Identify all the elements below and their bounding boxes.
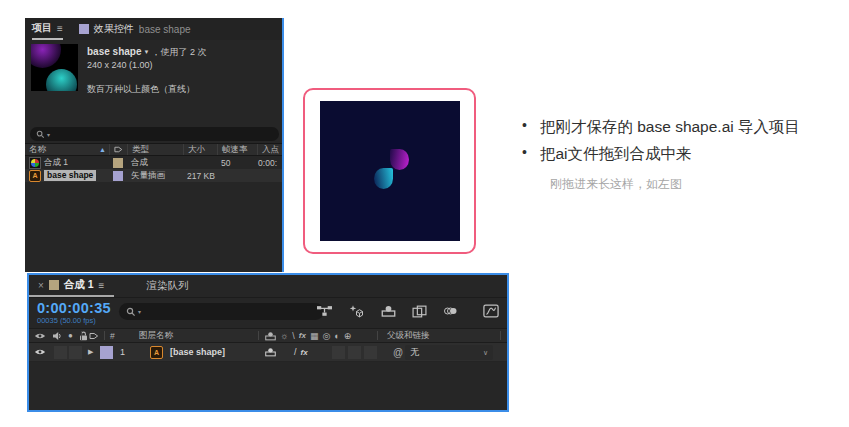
layer-label-color[interactable] <box>100 346 113 359</box>
timecode[interactable]: 0:00:00:35 <box>37 300 111 316</box>
col-layer-name: 图层名称 <box>139 330 173 342</box>
label-color-lavender[interactable] <box>113 171 123 181</box>
graph-editor-icon[interactable] <box>483 304 499 318</box>
search-options-caret[interactable]: ▾ <box>47 131 50 138</box>
parent-pickwhip[interactable]: @ <box>393 343 403 361</box>
row-base-shape-size: 217 KB <box>187 171 215 181</box>
tab-render-queue[interactable]: 渲染队列 <box>146 275 188 297</box>
parent-link-column[interactable]: 父级和链接 <box>387 329 430 342</box>
timeline-menu-icon[interactable]: ≡ <box>99 280 105 291</box>
layer-eye[interactable] <box>34 343 46 361</box>
project-items-table: 名称 ▲ 类型 大小 帧速率 入点 合成 1 合成 50 <box>25 143 282 182</box>
switch-empty-cell[interactable] <box>364 346 377 359</box>
video-eye-icon[interactable] <box>34 348 46 356</box>
project-search-input[interactable]: ▾ <box>30 127 279 141</box>
bullet-dot: • <box>522 113 527 140</box>
fx-toggle-icon[interactable]: fx <box>301 348 308 357</box>
note-text-1: 把刚才保存的 base shape.ai 导入项目 <box>540 113 800 140</box>
col-name[interactable]: 名称 <box>29 144 46 155</box>
parent-dropdown[interactable]: 无 ∨ <box>405 345 493 360</box>
shy-icon[interactable] <box>265 331 276 341</box>
row-comp1-name: 合成 1 <box>44 157 68 169</box>
layer-row[interactable]: ▶ 1 A [base shape] / fx @ <box>29 343 507 362</box>
comp-flowchart-icon[interactable] <box>317 305 332 318</box>
project-panel-tabs: 项目 ≡ 效果控件 base shape <box>25 18 282 40</box>
sort-up-icon[interactable]: ▲ <box>99 146 106 153</box>
thumbnail-teal-shape <box>46 69 77 91</box>
note-bullet-1: • 把刚才保存的 base shape.ai 导入项目 <box>522 113 844 140</box>
layer-number: 1 <box>120 347 125 357</box>
close-icon[interactable]: × <box>38 280 44 291</box>
table-row-comp1[interactable]: 合成 1 合成 50 0:00: <box>25 156 282 169</box>
label-column-icon <box>89 331 99 341</box>
frame-blend-icon[interactable]: ▦ <box>310 331 319 341</box>
expand-triangle-icon[interactable]: ▶ <box>88 348 93 356</box>
label-color-tan[interactable] <box>113 158 123 168</box>
layer-name-wrap[interactable]: [base shape] <box>170 343 225 361</box>
switch-empty-cell[interactable] <box>332 346 345 359</box>
column-divider <box>377 331 378 340</box>
timeline-toolbar: 0:00:00:35 00035 (50.00 fps) ▾ <box>29 297 507 328</box>
label-column[interactable] <box>89 329 99 342</box>
teal-shape <box>374 168 393 189</box>
parent-value: 无 <box>410 346 419 359</box>
note-text-2: 把ai文件拖到合成中来 <box>540 140 692 167</box>
fx-icon[interactable]: fx <box>299 331 306 340</box>
table-row-base-shape[interactable]: A base shape 矢量插画 217 KB <box>25 169 282 182</box>
search-options-caret[interactable]: ▾ <box>138 308 141 315</box>
adjustment-layer-icon[interactable]: ◐ <box>334 331 339 341</box>
pick-whip-icon[interactable]: @ <box>393 347 403 358</box>
panel-menu-icon[interactable]: ≡ <box>57 23 63 34</box>
solo-icon[interactable]: ● <box>68 331 73 340</box>
shy-toggle-icon[interactable] <box>265 347 276 357</box>
col-size[interactable]: 大小 <box>188 144 205 155</box>
draft-3d-icon[interactable] <box>348 304 365 318</box>
col-hash: # <box>110 331 115 341</box>
index-column[interactable]: # <box>110 329 115 342</box>
layer-switches: / fx <box>265 343 308 361</box>
3d-layer-icon[interactable]: ⊕ <box>344 331 352 341</box>
shy-icon[interactable] <box>381 305 396 317</box>
frames-info: 00035 (50.00 fps) <box>37 316 111 325</box>
audio-switch-cell[interactable] <box>54 346 67 359</box>
collapse-sun-icon[interactable]: ☼ <box>280 331 288 341</box>
row-base-shape-name[interactable]: base shape <box>44 170 96 181</box>
motion-blur-icon[interactable]: ◎ <box>322 331 330 341</box>
footage-name: base shape <box>87 46 141 57</box>
row-comp1-type: 合成 <box>131 157 148 169</box>
timeline-search-input[interactable]: ▾ <box>119 303 324 320</box>
bullet-dot: • <box>522 140 527 167</box>
col-type[interactable]: 类型 <box>132 144 149 155</box>
caret-down-icon[interactable]: ▼ <box>143 49 149 55</box>
layer-expand[interactable]: ▶ <box>88 343 93 361</box>
motion-blur-icon[interactable] <box>443 305 458 317</box>
preview-card <box>303 88 476 254</box>
col-in[interactable]: 入点 <box>262 144 279 155</box>
layer-name-column[interactable]: 图层名称 <box>139 329 173 342</box>
quality-toggle-icon[interactable]: / <box>294 347 297 357</box>
column-divider <box>500 331 501 340</box>
layer-name[interactable]: [base shape] <box>170 347 225 357</box>
footage-thumbnail <box>31 44 78 91</box>
note-caption: 刚拖进来长这样，如左图 <box>550 176 844 193</box>
layer-type-icon-wrap: A <box>150 346 163 359</box>
composition-canvas <box>320 101 460 241</box>
tab-project[interactable]: 项目 ≡ <box>32 18 63 40</box>
audio-speaker-icon[interactable] <box>52 331 62 341</box>
timecode-block[interactable]: 0:00:00:35 00035 (50.00 fps) <box>37 300 111 325</box>
lock-switch-cell[interactable] <box>69 346 82 359</box>
column-divider <box>104 331 105 340</box>
col-rate[interactable]: 帧速率 <box>222 144 248 155</box>
search-icon <box>36 130 45 139</box>
tab-comp1[interactable]: × 合成 1 ≡ <box>29 275 114 297</box>
thumbnail-purple-shape <box>31 44 61 68</box>
video-eye-icon[interactable] <box>34 332 46 340</box>
tab-effect-controls[interactable]: 效果控件 base shape <box>79 18 191 40</box>
switch-empty-cell[interactable] <box>348 346 361 359</box>
label-column-icon[interactable] <box>114 145 123 154</box>
panel-tab-icon <box>79 24 89 34</box>
frame-blend-icon[interactable] <box>412 305 427 318</box>
column-divider <box>258 331 259 340</box>
quality-icon[interactable]: \ <box>292 331 295 341</box>
layer-index: 1 <box>120 343 125 361</box>
